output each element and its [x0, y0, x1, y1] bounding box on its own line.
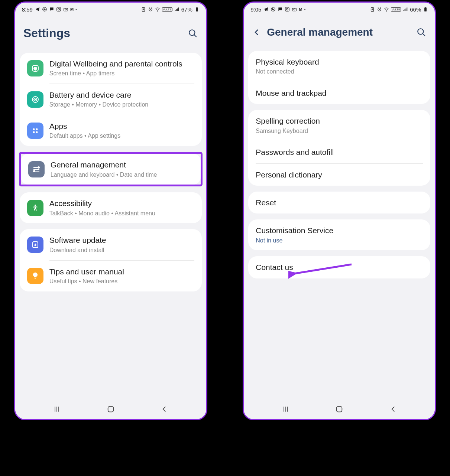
row-title: Tips and user manual	[49, 267, 194, 277]
settings-group: Spelling correction Samsung Keyboard Pas…	[248, 110, 430, 186]
svg-point-10	[189, 30, 195, 35]
row-passwords-autofill[interactable]: Passwords and autofill	[248, 141, 430, 163]
row-mouse-trackpad[interactable]: Mouse and trackpad	[248, 82, 430, 104]
battery-saver-icon	[370, 7, 375, 12]
settings-group: Physical keyboard Not connected Mouse an…	[248, 51, 430, 104]
row-subtitle: Storage • Memory • Device protection	[49, 101, 194, 109]
svg-point-20	[33, 170, 35, 172]
telegram-icon	[263, 7, 269, 12]
phone-right: 9:05 M • VoLTE 66% General manageme	[243, 1, 436, 420]
svg-point-0	[43, 7, 47, 12]
header: Settings	[15, 16, 206, 53]
whatsapp-icon	[271, 7, 276, 12]
back-button[interactable]	[159, 404, 169, 414]
svg-rect-25	[285, 7, 289, 12]
row-subtitle: Language and keyboard • Date and time	[51, 171, 193, 179]
settings-row-apps[interactable]: Apps Default apps • App settings	[20, 115, 202, 146]
general-management-list[interactable]: Physical keyboard Not connected Mouse an…	[244, 51, 435, 399]
nav-bar	[244, 399, 435, 419]
svg-point-34	[418, 29, 424, 34]
wifi-icon	[384, 7, 389, 12]
battery-icon	[194, 7, 200, 12]
row-subtitle: Not connected	[256, 68, 423, 76]
back-button[interactable]	[388, 404, 398, 414]
svg-rect-32	[424, 7, 427, 11]
row-title: Accessibility	[49, 198, 194, 208]
camera-icon	[292, 7, 297, 12]
row-title: Contact us	[256, 262, 423, 272]
svg-rect-33	[425, 7, 426, 7]
row-title: Passwords and autofill	[256, 147, 423, 157]
status-time: 8:59	[22, 6, 33, 13]
row-spelling-correction[interactable]: Spelling correction Samsung Keyboard	[248, 110, 430, 141]
svg-rect-3	[64, 8, 68, 11]
svg-point-19	[38, 167, 39, 168]
row-title: Customisation Service	[256, 225, 423, 235]
svg-point-4	[65, 9, 67, 10]
svg-point-17	[33, 131, 35, 133]
row-title: General management	[51, 160, 193, 170]
row-contact-us[interactable]: Contact us	[248, 256, 430, 278]
search-button[interactable]	[416, 27, 427, 38]
settings-group: General management Language and keyboard…	[21, 154, 201, 185]
row-title: Software update	[49, 235, 194, 245]
more-dot-icon: •	[75, 7, 77, 12]
settings-list[interactable]: Digital Wellbeing and parental controls …	[15, 53, 206, 399]
home-button[interactable]	[106, 404, 116, 414]
battery-percent: 67%	[181, 6, 192, 13]
status-app-icons: M •	[263, 7, 305, 12]
row-subtitle: Samsung Keyboard	[256, 127, 423, 135]
battery-saver-icon	[141, 7, 146, 12]
row-title: Apps	[49, 121, 194, 131]
page-title: General management	[267, 26, 411, 38]
status-app-icons: M •	[35, 7, 77, 12]
settings-group: Accessibility TalkBack • Mono audio • As…	[20, 192, 202, 223]
signal-icon	[403, 7, 408, 12]
more-dot-icon: •	[304, 7, 306, 12]
volte-icon: VoLTE	[162, 7, 172, 12]
row-subtitle: Not in use	[256, 237, 423, 245]
settings-group: Customisation Service Not in use	[248, 219, 430, 250]
highlight-annotation: General management Language and keyboard…	[19, 152, 203, 186]
row-customisation-service[interactable]: Customisation Service Not in use	[248, 219, 430, 250]
chat-icon	[49, 7, 54, 12]
wellbeing-icon	[27, 60, 43, 76]
accessibility-icon	[27, 200, 43, 216]
svg-point-28	[294, 9, 295, 10]
row-title: Reset	[256, 198, 423, 208]
status-time: 9:05	[250, 6, 261, 13]
row-title: Digital Wellbeing and parental controls	[49, 59, 194, 69]
settings-row-device-care[interactable]: Battery and device care Storage • Memory…	[20, 84, 202, 115]
home-button[interactable]	[334, 404, 344, 414]
status-bar: 8:59 M • VoLTE 67%	[15, 3, 206, 16]
gmail-icon: M	[299, 7, 302, 12]
row-subtitle: Useful tips • New features	[49, 278, 194, 286]
back-button[interactable]	[252, 27, 262, 37]
svg-rect-23	[108, 407, 113, 412]
settings-row-general-management[interactable]: General management Language and keyboard…	[21, 154, 201, 185]
search-button[interactable]	[188, 28, 198, 39]
recents-button[interactable]	[52, 404, 62, 414]
svg-rect-9	[197, 7, 197, 7]
row-reset[interactable]: Reset	[248, 192, 430, 213]
volte-icon: VoLTE	[391, 7, 401, 12]
svg-point-31	[386, 11, 386, 11]
svg-point-7	[158, 11, 158, 11]
search-icon	[188, 29, 198, 38]
settings-group: Software update Download and install Tip…	[20, 229, 202, 291]
row-subtitle: Download and install	[49, 247, 194, 254]
recents-button[interactable]	[281, 404, 291, 414]
settings-row-tips[interactable]: Tips and user manual Useful tips • New f…	[20, 261, 202, 291]
row-title: Physical keyboard	[256, 57, 423, 67]
svg-point-26	[286, 9, 288, 10]
settings-row-wellbeing[interactable]: Digital Wellbeing and parental controls …	[20, 53, 202, 84]
row-physical-keyboard[interactable]: Physical keyboard Not connected	[248, 51, 430, 82]
alarm-icon	[148, 7, 153, 12]
svg-point-16	[36, 128, 38, 130]
settings-row-software-update[interactable]: Software update Download and install	[20, 229, 202, 260]
row-personal-dictionary[interactable]: Personal dictionary	[248, 164, 430, 186]
row-subtitle: Default apps • App settings	[49, 132, 194, 140]
phone-left: 8:59 M • VoLTE 67% Settings	[14, 1, 207, 420]
status-bar: 9:05 M • VoLTE 66%	[244, 3, 435, 16]
settings-row-accessibility[interactable]: Accessibility TalkBack • Mono audio • As…	[20, 192, 202, 223]
